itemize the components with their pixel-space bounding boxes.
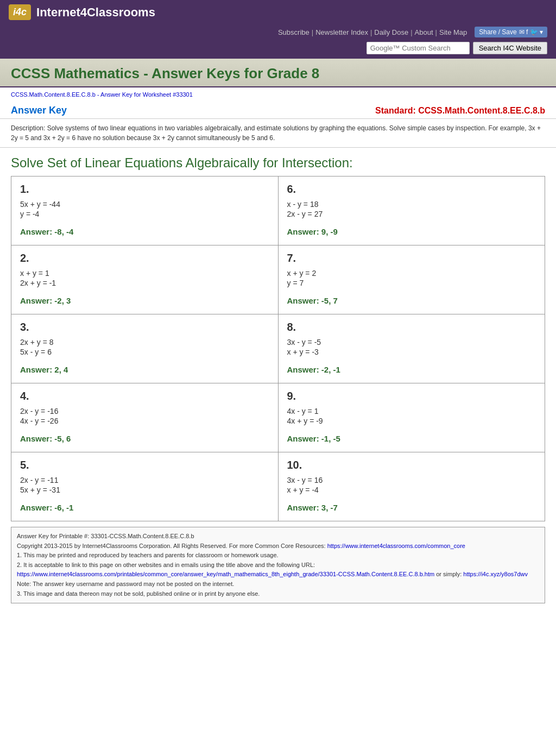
- standard-label: Standard: CCSS.Math.Content.8.EE.C.8.b: [375, 106, 545, 116]
- prob-answer-7: Answer: -5, 7: [287, 296, 536, 305]
- problem-cell-9: 9. 4x - y = 1 4x + y = -9 Answer: -1, -5: [279, 383, 545, 452]
- prob-answer-3: Answer: 2, 4: [20, 365, 269, 374]
- prob-eq-2a: x + y = 1: [20, 269, 269, 278]
- prob-num-1: 1.: [20, 183, 269, 196]
- footer-url-long[interactable]: https://www.internet4classrooms.com/prin…: [17, 571, 434, 577]
- prob-num-7: 7.: [287, 252, 536, 264]
- prob-answer-8: Answer: -2, -1: [287, 365, 536, 374]
- prob-eq-5a: 2x - y = -11: [20, 476, 269, 484]
- prob-eq-8b: x + y = -3: [287, 348, 536, 356]
- prob-eq-4b: 4x - y = -26: [20, 417, 269, 425]
- problem-row-3: 3. 2x + y = 8 5x - y = 6 Answer: 2, 4 8.…: [11, 314, 545, 383]
- prob-num-3: 3.: [20, 321, 269, 333]
- footer-cc-link[interactable]: https://www.internet4classrooms.com/comm…: [327, 543, 465, 549]
- nav-daily-dose[interactable]: Daily Dose: [374, 28, 408, 36]
- prob-eq-6b: 2x - y = 27: [287, 210, 536, 218]
- footer-area: Answer Key for Printable #: 33301-CCSS.M…: [11, 527, 545, 603]
- prob-num-5: 5.: [20, 459, 269, 471]
- logo-area: i4c Internet4Classrooms: [9, 4, 155, 20]
- prob-answer-1: Answer: -8, -4: [20, 227, 269, 236]
- description-area: Description: Solve systems of two linear…: [0, 119, 556, 148]
- nav-sep-1: |: [312, 28, 313, 36]
- problem-cell-5: 5. 2x - y = -11 5x + y = -31 Answer: -6,…: [11, 452, 279, 521]
- prob-num-10: 10.: [287, 459, 536, 471]
- search-input[interactable]: [367, 42, 470, 54]
- problem-cell-2: 2. x + y = 1 2x + y = -1 Answer: -2, 3: [11, 245, 279, 314]
- prob-num-9: 9.: [287, 390, 536, 402]
- prob-eq-1b: y = -4: [20, 210, 269, 218]
- page-title: CCSS Mathematics - Answer Keys for Grade…: [11, 65, 545, 82]
- nav-sep-4: |: [435, 28, 437, 36]
- prob-num-6: 6.: [287, 183, 536, 196]
- nav-sep-2: |: [370, 28, 372, 36]
- prob-eq-9b: 4x + y = -9: [287, 417, 536, 425]
- ak-header: Answer Key Standard: CCSS.Math.Content.8…: [0, 100, 556, 119]
- problem-cell-10: 10. 3x - y = 16 x + y = -4 Answer: 3, -7: [279, 452, 545, 521]
- prob-eq-6a: x - y = 18: [287, 200, 536, 209]
- footer-note2: 2. It is acceptable to link to this page…: [17, 560, 539, 570]
- problem-row-5: 5. 2x - y = -11 5x + y = -31 Answer: -6,…: [11, 452, 545, 521]
- problem-cell-6: 6. x - y = 18 2x - y = 27 Answer: 9, -9: [279, 177, 545, 245]
- footer-url-note: Note: The answer key username and passwo…: [17, 581, 234, 587]
- nav-newsletter[interactable]: Newsletter Index: [315, 28, 368, 36]
- prob-num-2: 2.: [20, 252, 269, 264]
- prob-eq-3a: 2x + y = 8: [20, 338, 269, 346]
- prob-answer-10: Answer: 3, -7: [287, 503, 536, 512]
- prob-eq-1a: 5x + y = -44: [20, 200, 269, 209]
- prob-answer-4: Answer: -5, 6: [20, 434, 269, 443]
- header: i4c Internet4Classrooms: [0, 0, 556, 24]
- prob-eq-2b: 2x + y = -1: [20, 279, 269, 287]
- search-button[interactable]: Search I4C Website: [473, 42, 547, 54]
- nav-sitemap[interactable]: Site Map: [439, 28, 467, 36]
- prob-eq-5b: 5x + y = -31: [20, 486, 269, 494]
- page-title-bar: CCSS Mathematics - Answer Keys for Grade…: [0, 59, 556, 87]
- site-name: Internet4Classrooms: [36, 5, 155, 20]
- footer-url-simple: or simply:: [436, 571, 463, 577]
- nav-subscribe[interactable]: Subscribe: [278, 28, 309, 36]
- problem-cell-8: 8. 3x - y = -5 x + y = -3 Answer: -2, -1: [279, 314, 545, 383]
- problem-grid: 1. 5x + y = -44 y = -4 Answer: -8, -4 6.…: [11, 176, 545, 521]
- problem-cell-1: 1. 5x + y = -44 y = -4 Answer: -8, -4: [11, 177, 279, 245]
- prob-num-4: 4.: [20, 390, 269, 402]
- prob-eq-9a: 4x - y = 1: [287, 407, 536, 415]
- logo-box: i4c: [9, 4, 31, 20]
- prob-answer-6: Answer: 9, -9: [287, 227, 536, 236]
- nav-links: Subscribe | Newsletter Index | Daily Dos…: [278, 28, 467, 36]
- prob-eq-10a: 3x - y = 16: [287, 476, 536, 484]
- problem-row-1: 1. 5x + y = -44 y = -4 Answer: -8, -4 6.…: [11, 177, 545, 245]
- prob-answer-9: Answer: -1, -5: [287, 434, 536, 443]
- share-label: Share / Save: [479, 28, 516, 36]
- problem-cell-4: 4. 2x - y = -16 4x - y = -26 Answer: -5,…: [11, 383, 279, 452]
- footer-line1: Answer Key for Printable #: 33301-CCSS.M…: [17, 532, 539, 541]
- prob-eq-10b: x + y = -4: [287, 486, 536, 494]
- search-bar: Search I4C Website: [0, 41, 556, 59]
- prob-eq-3b: 5x - y = 6: [20, 348, 269, 356]
- nav-bar: Subscribe | Newsletter Index | Daily Dos…: [0, 24, 556, 41]
- problem-cell-7: 7. x + y = 2 y = 7 Answer: -5, 7: [279, 245, 545, 314]
- footer-note1: 1. This may be printed and reproduced by…: [17, 551, 539, 560]
- footer-url-line: https://www.internet4classrooms.com/prin…: [17, 570, 539, 589]
- prob-eq-4a: 2x - y = -16: [20, 407, 269, 415]
- problem-row-4: 4. 2x - y = -16 4x - y = -26 Answer: -5,…: [11, 383, 545, 452]
- problem-row-2: 2. x + y = 1 2x + y = -1 Answer: -2, 3 7…: [11, 245, 545, 314]
- prob-num-8: 8.: [287, 321, 536, 333]
- prob-eq-7a: x + y = 2: [287, 269, 536, 278]
- prob-eq-7b: y = 7: [287, 279, 536, 287]
- solve-heading: Solve Set of Linear Equations Algebraica…: [0, 148, 556, 176]
- share-save-button[interactable]: Share / Save ✉ f 🐦 ▾: [475, 27, 547, 37]
- breadcrumb: CCSS.Math.Content.8.EE.C.8.b - Answer Ke…: [11, 91, 193, 98]
- problem-cell-3: 3. 2x + y = 8 5x - y = 6 Answer: 2, 4: [11, 314, 279, 383]
- breadcrumb-bar: CCSS.Math.Content.8.EE.C.8.b - Answer Ke…: [0, 87, 556, 100]
- footer-url-short[interactable]: https://i4c.xyz/y8os7dwv: [463, 571, 528, 577]
- prob-eq-8a: 3x - y = -5: [287, 338, 536, 346]
- prob-answer-5: Answer: -6, -1: [20, 503, 269, 512]
- footer-note3: 3. This image and data thereon may not b…: [17, 589, 539, 599]
- nav-about[interactable]: About: [415, 28, 433, 36]
- prob-answer-2: Answer: -2, 3: [20, 296, 269, 305]
- ak-label: Answer Key: [11, 105, 67, 116]
- nav-sep-3: |: [410, 28, 412, 36]
- footer-line2: Copyright 2013-2015 by Internet4Classroo…: [17, 541, 539, 551]
- share-icon: ✉ f 🐦 ▾: [519, 28, 543, 36]
